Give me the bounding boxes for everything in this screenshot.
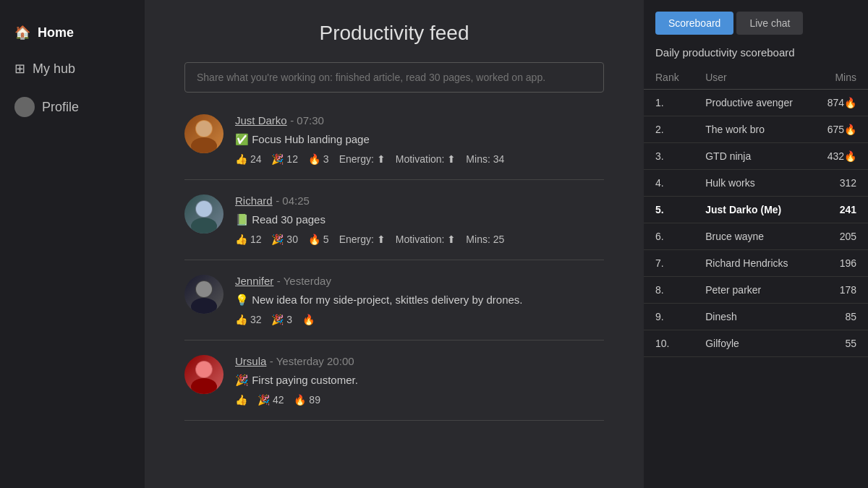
reaction-energy: Energy: ⬆ [339,234,386,245]
svg-point-1 [191,137,217,153]
mins-cell: 55 [812,330,868,357]
table-row: 7. Richard Hendricks 196 [644,250,868,277]
post-header: Ursula - Yesterday 20:00 [235,355,604,368]
share-input[interactable] [184,62,604,93]
rank-cell: 1. [644,90,694,116]
table-row: 2. The work bro 675🔥 [644,116,868,143]
avatar [184,275,224,314]
rank-cell: 9. [644,304,694,330]
mins-cell: 205 [812,223,868,250]
table-row: 1. Productive avenger 874🔥 [644,90,868,116]
myhub-icon: ⊞ [14,61,25,77]
post-header: Just Darko - 07:30 [235,114,604,127]
table-row: 8. Peter parker 178 [644,277,868,304]
col-mins: Mins [812,66,868,90]
post-time: - Yesterday 20:00 [270,355,354,367]
main-feed: Productivity feed Just Darko - 07:30 ✅ F… [145,0,644,488]
reaction-fire[interactable]: 🔥 5 [308,234,329,245]
reaction-party[interactable]: 🎉 3 [271,314,292,325]
rank-cell: 7. [644,250,694,277]
reaction-motivation: Motivation: ⬆ [396,234,456,245]
sidebar-item-home[interactable]: 🏠 Home [0,14,145,51]
reaction-fire[interactable]: 🔥 89 [294,394,320,406]
svg-point-4 [191,218,217,234]
svg-point-2 [196,121,212,137]
svg-point-5 [196,201,212,217]
scoreboard-title: Daily productivity scoreboard [644,35,868,66]
post-reactions: 👍 32 🎉 3 🔥 [235,314,604,325]
user-cell: Bruce wayne [694,223,812,250]
post-content: Ursula - Yesterday 20:00 🎉 First paying … [235,355,604,406]
sidebar-item-profile[interactable]: Profile [0,87,145,127]
table-row: 6. Bruce wayne 205 [644,223,868,250]
sidebar-item-home-label: Home [38,25,74,40]
reaction-motivation: Motivation: ⬆ [396,153,456,165]
panel-tabs: Scoreboard Live chat [644,0,868,35]
post-reactions: 👍 🎉 42 🔥 89 [235,394,604,406]
list-item: Just Darko - 07:30 ✅ Focus Hub landing p… [184,114,604,180]
svg-point-11 [196,361,212,377]
reaction-fire[interactable]: 🔥 3 [308,153,329,165]
post-username[interactable]: Ursula [235,355,266,367]
right-panel: Scoreboard Live chat Daily productivity … [644,0,868,488]
reaction-mins: Mins: 34 [466,153,504,165]
rank-cell: 6. [644,223,694,250]
svg-point-10 [191,378,217,394]
mins-cell: 241 [812,197,868,223]
user-cell: GTD ninja [694,143,812,170]
user-cell: The work bro [694,116,812,143]
reaction-party[interactable]: 🎉 42 [258,394,284,406]
svg-point-7 [191,298,217,314]
user-cell: Richard Hendricks [694,250,812,277]
reaction-fire[interactable]: 🔥 [302,314,315,325]
home-icon: 🏠 [14,25,30,40]
reaction-thumbs[interactable]: 👍 24 [235,153,261,165]
sidebar-item-myhub[interactable]: ⊞ My hub [0,51,145,87]
post-time: - 04:25 [276,194,310,207]
reaction-thumbs[interactable]: 👍 12 [235,234,261,245]
mins-cell: 675🔥 [812,116,868,143]
post-username[interactable]: Just Darko [235,114,287,127]
user-cell: Peter parker [694,277,812,304]
reaction-thumbs[interactable]: 👍 [235,394,247,406]
feed-container: Just Darko - 07:30 ✅ Focus Hub landing p… [184,114,604,435]
post-username[interactable]: Jennifer [235,275,273,287]
sidebar-item-myhub-label: My hub [33,61,75,77]
post-content: Just Darko - 07:30 ✅ Focus Hub landing p… [235,114,604,165]
post-content: Jennifer - Yesterday 💡 New idea for my s… [235,275,604,325]
list-item: Richard - 04:25 📗 Read 30 pages 👍 12 🎉 3… [184,194,604,260]
user-cell: Hulk works [694,170,812,197]
post-username[interactable]: Richard [235,194,273,207]
post-time: - Yesterday [277,275,331,287]
post-time: - 07:30 [290,114,324,127]
table-row: 10. Gilfoyle 55 [644,330,868,357]
user-cell: Productive avenger [694,90,812,116]
reaction-party[interactable]: 🎉 12 [271,153,297,165]
list-item: Ursula - Yesterday 20:00 🎉 First paying … [184,355,604,421]
reaction-thumbs[interactable]: 👍 32 [235,314,261,325]
rank-cell: 5. [644,197,694,223]
post-text: ✅ Focus Hub landing page [235,133,604,146]
user-cell: Dinesh [694,304,812,330]
mins-cell: 874🔥 [812,90,868,116]
post-reactions: 👍 12 🎉 30 🔥 5 Energy: ⬆ Motivation: ⬆ Mi… [235,234,604,245]
tab-livechat[interactable]: Live chat [736,12,803,35]
profile-icon [14,97,35,117]
mins-cell: 85 [812,304,868,330]
mins-cell: 312 [812,170,868,197]
mins-cell: 432🔥 [812,143,868,170]
rank-cell: 3. [644,143,694,170]
table-row: 9. Dinesh 85 [644,304,868,330]
avatar [184,114,224,153]
post-header: Richard - 04:25 [235,194,604,207]
reaction-party[interactable]: 🎉 30 [271,234,297,245]
reaction-energy: Energy: ⬆ [339,153,386,165]
user-cell: Gilfoyle [694,330,812,357]
rank-cell: 2. [644,116,694,143]
sidebar: 🏠 Home ⊞ My hub Profile [0,0,145,488]
table-row: 3. GTD ninja 432🔥 [644,143,868,170]
sidebar-item-profile-label: Profile [42,100,79,115]
table-row: 4. Hulk works 312 [644,170,868,197]
tab-scoreboard[interactable]: Scoreboard [655,12,733,35]
post-content: Richard - 04:25 📗 Read 30 pages 👍 12 🎉 3… [235,194,604,245]
